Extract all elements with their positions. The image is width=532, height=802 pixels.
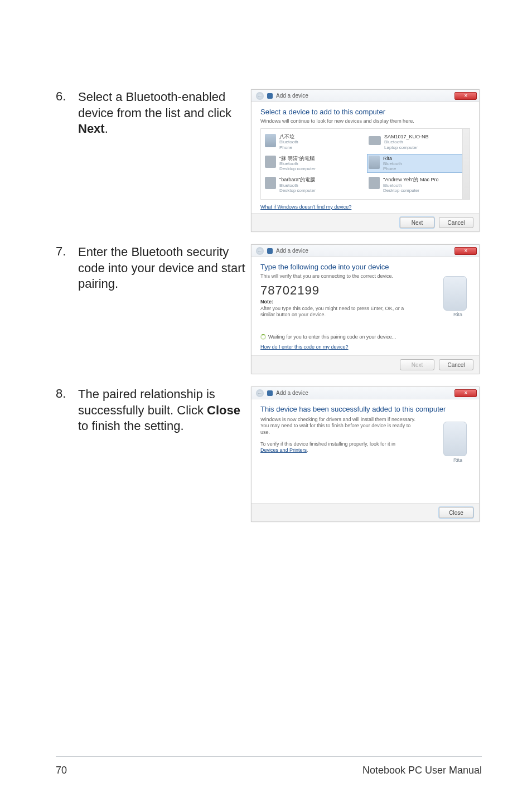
dialog1-title-left: ← Add a device bbox=[256, 92, 308, 100]
step-6-row: 6. Select a Bluetooth-enabled device fro… bbox=[56, 89, 482, 232]
device-type: Bluetooth bbox=[383, 161, 402, 166]
phone-icon bbox=[265, 134, 276, 147]
close-icon[interactable]: ✕ bbox=[454, 247, 477, 255]
para2-post: . bbox=[307, 447, 308, 453]
dialog2-titlebar: ← Add a device ✕ bbox=[252, 245, 479, 257]
step-8-text-pre: The paired relationship is successfully … bbox=[78, 387, 215, 417]
desktop-icon bbox=[265, 177, 276, 189]
device-name: Rita bbox=[383, 156, 402, 161]
dialog1-buttonbar: Next Cancel bbox=[252, 213, 479, 231]
phone-icon bbox=[369, 156, 380, 169]
device-item[interactable]: "barbara"的電腦 Bluetooth Desktop computer bbox=[263, 175, 364, 195]
para2-pre: To verify if this device finished instal… bbox=[260, 441, 395, 447]
page-footer: 70 Notebook PC User Manual bbox=[0, 756, 532, 776]
step-6-number: 6. bbox=[56, 89, 78, 104]
device-name: YL_HSIEH-NB bbox=[280, 199, 313, 200]
device-kind: Desktop computer bbox=[279, 166, 316, 171]
laptop-icon bbox=[369, 136, 381, 145]
cancel-button[interactable]: Cancel bbox=[439, 217, 473, 228]
footer-rule bbox=[56, 756, 482, 757]
dialog3-buttonbar: Close bbox=[252, 503, 479, 521]
dialog3-titlebar: ← Add a device ✕ bbox=[252, 387, 479, 399]
dialog2-title: Add a device bbox=[276, 248, 308, 254]
waiting-status: Waiting for you to enter this pairing co… bbox=[260, 334, 470, 340]
step-6-bold: Next bbox=[78, 122, 105, 136]
close-button[interactable]: Close bbox=[439, 507, 473, 518]
help-link[interactable]: How do I enter this code on my device? bbox=[260, 344, 349, 350]
dialog2-buttonbar: Next Cancel bbox=[252, 355, 479, 374]
step-7-instruction: Enter the Bluetooth security code into y… bbox=[78, 244, 251, 292]
device-item[interactable]: "蘇 明清"的電腦 Bluetooth Desktop computer bbox=[263, 154, 364, 173]
desktop-icon bbox=[265, 156, 276, 168]
step-6-text-post: . bbox=[105, 122, 108, 136]
dialog1-title: Add a device bbox=[276, 93, 308, 99]
step-8-text-post: to finish the setting. bbox=[78, 419, 184, 433]
step-8-row: 8. The paired relationship is successful… bbox=[56, 386, 482, 522]
back-icon[interactable]: ← bbox=[256, 92, 264, 100]
device-name: "Andrew Yeh"的 Mac Pro bbox=[383, 177, 438, 182]
note-label: Note: bbox=[260, 299, 470, 305]
dialog2-body: Type the following code into your device… bbox=[252, 257, 479, 355]
step-8-instruction: The paired relationship is successfully … bbox=[78, 386, 251, 434]
close-icon[interactable]: ✕ bbox=[454, 389, 477, 397]
next-button: Next bbox=[400, 359, 434, 370]
next-button[interactable]: Next bbox=[400, 217, 434, 228]
step-8-number: 8. bbox=[56, 386, 78, 401]
step-6-text-pre: Select a Bluetooth-enabled device from t… bbox=[78, 90, 231, 120]
step-7-row: 7. Enter the Bluetooth security code int… bbox=[56, 244, 482, 374]
dialog1-body: Select a device to add to this computer … bbox=[252, 102, 479, 213]
page-body: 6. Select a Bluetooth-enabled device fro… bbox=[0, 0, 532, 522]
device-type: Bluetooth bbox=[279, 161, 316, 166]
dialog3-title: Add a device bbox=[276, 390, 308, 396]
pairing-code: 78702199 bbox=[260, 283, 470, 298]
device-item[interactable]: 八不垃 Bluetooth Phone bbox=[263, 132, 364, 152]
device-type: Bluetooth bbox=[383, 183, 438, 188]
bluetooth-icon bbox=[267, 93, 273, 99]
dialog3-para1: Windows is now checking for drivers and … bbox=[260, 417, 417, 436]
step-8-bold: Close bbox=[207, 403, 240, 417]
add-device-dialog-code: ← Add a device ✕ Type the following code… bbox=[251, 244, 480, 374]
manual-title: Notebook PC User Manual bbox=[362, 765, 482, 776]
device-list[interactable]: 八不垃 Bluetooth Phone SAM1017_KUO-NB Bluet… bbox=[260, 128, 470, 200]
device-type: Bluetooth bbox=[279, 139, 298, 144]
device-name: 八不垃 bbox=[279, 134, 298, 139]
dialog2-heading: Type the following code into your device bbox=[260, 263, 470, 271]
device-name: "barbara"的電腦 bbox=[279, 177, 316, 182]
device-name: SAM1017_KUO-NB bbox=[384, 134, 429, 139]
step-6-instruction: Select a Bluetooth-enabled device from t… bbox=[78, 89, 251, 137]
note-text: After you type this code, you might need… bbox=[260, 306, 405, 318]
phone-illustration-icon bbox=[443, 276, 467, 311]
dialog1-titlebar: ← Add a device ✕ bbox=[252, 90, 479, 102]
phone-illustration-icon bbox=[443, 422, 467, 456]
device-kind: Desktop computer bbox=[279, 188, 316, 193]
back-icon[interactable]: ← bbox=[256, 247, 264, 255]
devices-printers-link[interactable]: Devices and Printers bbox=[260, 447, 307, 453]
bluetooth-icon bbox=[267, 248, 273, 254]
back-icon[interactable]: ← bbox=[256, 389, 264, 397]
bluetooth-icon bbox=[267, 390, 273, 396]
waiting-text: Waiting for you to enter this pairing co… bbox=[268, 334, 396, 340]
device-item-selected[interactable]: Rita Bluetooth Phone bbox=[367, 154, 467, 173]
device-item[interactable]: YL_HSIEH-NB Bluetooth bbox=[263, 197, 364, 200]
device-item[interactable]: SAM1017_KUO-NB Bluetooth Laptop computer bbox=[367, 132, 467, 152]
device-kind: Laptop computer bbox=[384, 145, 429, 150]
footer-row: 70 Notebook PC User Manual bbox=[56, 765, 482, 776]
page-number: 70 bbox=[56, 765, 67, 776]
help-link[interactable]: What if Windows doesn't find my device? bbox=[260, 204, 351, 210]
cancel-button[interactable]: Cancel bbox=[439, 359, 473, 370]
add-device-dialog-success: ← Add a device ✕ This device has been su… bbox=[251, 386, 480, 522]
device-grid: 八不垃 Bluetooth Phone SAM1017_KUO-NB Bluet… bbox=[263, 132, 467, 200]
device-kind: Phone bbox=[279, 145, 298, 150]
spinner-icon bbox=[260, 334, 266, 340]
device-kind: Desktop computer bbox=[383, 188, 438, 193]
step-8-screenshot: ← Add a device ✕ This device has been su… bbox=[251, 386, 482, 522]
dialog1-sub: Windows will continue to look for new de… bbox=[260, 118, 470, 124]
device-item[interactable]: "Andrew Yeh"的 Mac Pro Bluetooth Desktop … bbox=[367, 175, 467, 195]
device-kind: Phone bbox=[383, 166, 402, 171]
device-type: Bluetooth bbox=[279, 183, 316, 188]
step-7-number: 7. bbox=[56, 244, 78, 259]
step-6-screenshot: ← Add a device ✕ Select a device to add … bbox=[251, 89, 482, 232]
desktop-icon bbox=[369, 177, 380, 189]
close-icon[interactable]: ✕ bbox=[454, 92, 477, 100]
phone-label: Rita bbox=[453, 457, 462, 463]
